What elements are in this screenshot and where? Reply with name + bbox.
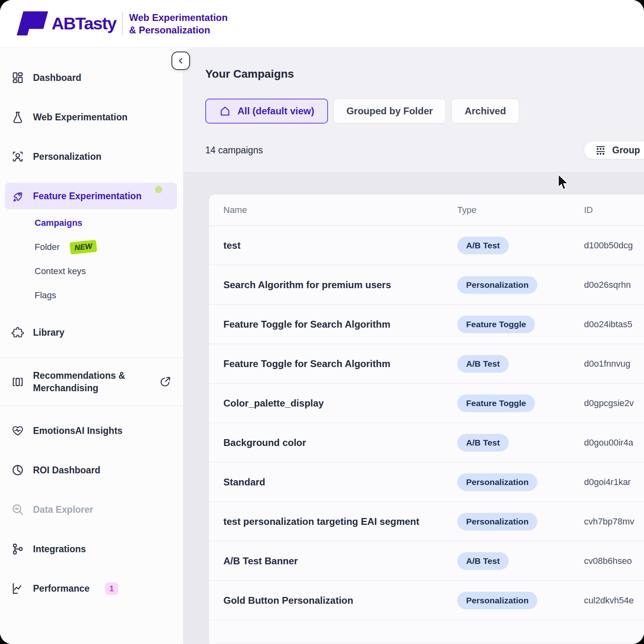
table-row[interactable]: Feature Toggle for Search Algorithm Feat…: [209, 305, 644, 344]
table-row[interactable]: Feature Toggle for Search Algorithm A/B …: [209, 344, 644, 384]
campaign-id: d0gpcgsie2v: [584, 398, 644, 409]
table-body: test A/B Test d100b50dcg Search Algorith…: [209, 226, 644, 620]
campaign-id: cul2dkvh54e: [584, 595, 644, 606]
page-title: Your Campaigns: [205, 68, 644, 80]
sidebar-item-data-explorer: Data Explorer: [0, 496, 183, 523]
campaign-type-badge: A/B Test: [457, 355, 509, 373]
view-tabs: All (default view) Grouped by Folder Arc…: [205, 99, 644, 124]
sidebar-subitem-label: Folder: [35, 242, 60, 252]
heart-pulse-icon: [11, 424, 24, 437]
table-row[interactable]: A/B Test Banner A/B Test cv08b6hseo: [209, 541, 644, 581]
line-chart-icon: [11, 582, 24, 595]
campaign-id: d100b50dcg: [584, 240, 644, 251]
sidebar-item-label: Library: [33, 327, 64, 338]
top-bar: ABTasty Web Experimentation & Personaliz…: [0, 0, 644, 47]
sidebar-item-label: Personalization: [33, 151, 101, 162]
campaign-id: cv08b6hseo: [584, 556, 644, 566]
performance-count-badge: 1: [105, 582, 118, 595]
sidebar-subitem-campaigns[interactable]: Campaigns: [0, 211, 183, 235]
campaign-name: Feature Toggle for Search Algorithm: [209, 319, 457, 330]
sidebar-subitem-flags[interactable]: Flags: [0, 283, 183, 308]
dashboard-icon: [11, 71, 24, 84]
new-badge: NEW: [70, 240, 97, 255]
campaign-name: Color_palette_display: [209, 398, 457, 409]
column-header-name: Name: [209, 205, 457, 215]
campaign-name: A/B Test Banner: [209, 555, 457, 567]
abtasty-logo-icon: [12, 8, 52, 39]
campaign-type-badge: A/B Test: [457, 237, 509, 254]
column-header-id: ID: [584, 205, 644, 215]
sidebar-item-feature-experimentation[interactable]: Feature Experimentation: [5, 183, 177, 209]
sidebar-item-label: Web Experimentation: [33, 112, 128, 123]
sidebar-subitem-folder[interactable]: Folder NEW: [0, 235, 183, 259]
sidebar-item-label: ROI Dashboard: [33, 465, 100, 476]
home-icon: [219, 105, 231, 117]
feature-status-dot: [155, 186, 162, 193]
campaign-type-badge: Personalization: [457, 473, 537, 491]
sidebar-item-personalization[interactable]: Personalization: [0, 143, 183, 170]
sidebar-collapse-button[interactable]: [171, 52, 190, 70]
sidebar-item-label: Recommendations & Merchandising: [33, 369, 134, 394]
campaign-name: Standard: [209, 477, 457, 488]
campaign-id: d0goi4r1kar: [584, 477, 644, 487]
sidebar-item-web-experimentation[interactable]: Web Experimentation: [0, 104, 183, 130]
sidebar-item-label: Integrations: [33, 544, 86, 555]
campaign-type-badge: A/B Test: [457, 434, 509, 452]
table-row[interactable]: Color_palette_display Feature Toggle d0g…: [209, 384, 644, 423]
campaign-id: d0o26sqrhn: [584, 280, 644, 290]
table-background-band: Name Type ID test A/B Test d100b50dcg Se…: [184, 173, 644, 644]
tab-label: All (default view): [237, 105, 314, 117]
sidebar-item-library[interactable]: Library: [0, 319, 183, 346]
sidebar-item-performance[interactable]: Performance 1: [0, 575, 183, 602]
campaign-name: test personalization targeting EAI segme…: [209, 516, 457, 527]
sidebar-item-roi-dashboard[interactable]: ROI Dashboard: [0, 457, 183, 483]
product-name: Web Experimentation & Personalization: [129, 11, 228, 36]
table-row[interactable]: Background color A/B Test d0gou00ir4a: [209, 423, 644, 462]
table-header-row: Name Type ID: [209, 194, 644, 226]
product-line1: Web Experimentation: [129, 11, 228, 24]
sidebar-subitem-label: Flags: [35, 290, 56, 301]
campaign-type-badge: Feature Toggle: [457, 394, 535, 412]
campaign-name: test: [209, 240, 457, 251]
campaigns-table: Name Type ID test A/B Test d100b50dcg Se…: [208, 194, 644, 644]
table-row[interactable]: Standard Personalization d0goi4r1kar: [209, 462, 644, 502]
sidebar-subitem-label: Campaigns: [35, 218, 83, 228]
campaign-type-badge: Personalization: [457, 513, 537, 530]
chevron-left-icon: [175, 56, 186, 66]
table-row[interactable]: test personalization targeting EAI segme…: [209, 502, 644, 541]
app-body: Dashboard Web Experimentation: [0, 47, 644, 644]
flask-icon: [11, 111, 24, 124]
group-button[interactable]: Group: [584, 141, 644, 159]
campaigns-toolbar: 14 campaigns: [184, 141, 644, 159]
campaign-id: d0gou00ir4a: [584, 438, 644, 448]
campaign-id: d0o24ibtas5: [584, 319, 644, 330]
package-icon: [11, 376, 24, 388]
search-pulse-icon: [11, 503, 24, 516]
campaign-name: Search Algorithm for premium users: [209, 279, 457, 291]
campaign-id: cvh7bp78mv: [584, 516, 644, 527]
table-row[interactable]: Gold Button Personalization Personalizat…: [209, 581, 644, 620]
table-row[interactable]: Search Algorithm for premium users Perso…: [209, 265, 644, 305]
sidebar-item-dashboard[interactable]: Dashboard: [0, 64, 183, 91]
campaign-type-badge: Personalization: [457, 592, 537, 609]
sidebar-item-recommendations[interactable]: Recommendations & Merchandising: [0, 357, 183, 406]
sidebar-subitem-context-keys[interactable]: Context keys: [0, 259, 183, 283]
tab-label: Archived: [464, 105, 506, 117]
brand-name: ABTasty: [52, 14, 116, 33]
sidebar: Dashboard Web Experimentation: [0, 47, 184, 644]
tab-grouped-by-folder[interactable]: Grouped by Folder: [333, 99, 446, 124]
campaign-name: Gold Button Personalization: [209, 595, 457, 606]
group-grid-icon: [594, 144, 607, 156]
campaign-name: Background color: [209, 437, 457, 448]
table-row[interactable]: test A/B Test d100b50dcg: [209, 226, 644, 265]
sidebar-item-emotionsai-insights[interactable]: EmotionsAI Insights: [0, 417, 183, 444]
column-header-type: Type: [457, 205, 584, 215]
tab-archived[interactable]: Archived: [451, 99, 519, 124]
sidebar-item-label: Dashboard: [33, 72, 81, 83]
tab-all-default-view[interactable]: All (default view): [205, 99, 328, 124]
sidebar-item-integrations[interactable]: Integrations: [0, 536, 183, 562]
campaign-count: 14 campaigns: [205, 141, 644, 159]
main-content: Your Campaigns All (default view) Groupe…: [184, 47, 644, 644]
tab-label: Grouped by Folder: [347, 105, 433, 117]
clock-icon: [11, 464, 24, 477]
